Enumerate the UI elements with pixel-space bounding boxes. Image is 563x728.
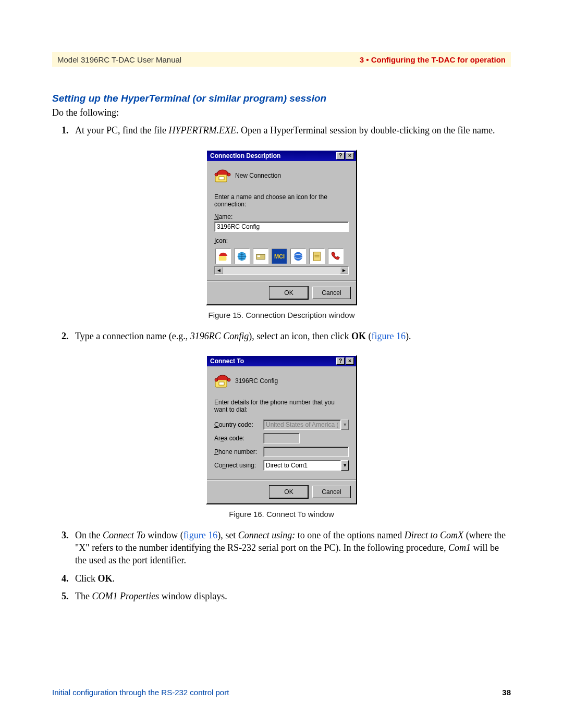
step-2: 2. Type a connection name (e.g., 3196RC … [62,330,511,342]
figure-16-link[interactable]: figure 16 [183,530,217,540]
svg-rect-4 [219,256,227,261]
svg-rect-14 [219,382,224,385]
step5-window: COM1 Properties [92,591,159,601]
icon-option-world[interactable] [290,249,306,264]
figure-16-caption: Figure 16. Connect To window [52,510,511,519]
step-number: 1. [62,124,75,137]
phone-icon [214,373,231,389]
step2-pre: Type a connection name (e.g., [75,331,190,341]
page-footer: Initial configuration through the RS-232… [52,688,511,697]
icon-option-redphone[interactable] [328,249,344,264]
chevron-down-icon[interactable]: ▼ [341,460,349,471]
step2-cp: ). [406,331,411,341]
connect-to-dialog: Connect To ? × 3196RC Config [206,355,357,504]
step4-pre: Click [75,573,98,584]
figure-15: Connection Description ? × New Connectio… [52,150,511,305]
figure-16-link[interactable]: figure 16 [372,331,406,341]
t: On the [75,530,103,540]
dialog-title: Connect To [210,357,244,365]
new-connection-label: New Connection [235,172,281,179]
figure-15-caption: Figure 15. Connection Description window [52,311,511,319]
icon-option-modem[interactable] [253,249,268,264]
t: to one of the options named [295,530,404,540]
country-code-select [263,419,341,430]
step5-post: window displays. [159,591,227,601]
step3-option: Direct to ComX [405,530,463,540]
connection-description-dialog: Connection Description ? × New Connectio… [206,150,357,305]
svg-point-8 [294,252,303,261]
dialog-title: Connection Description [210,152,280,159]
step-number: 3. [62,529,75,567]
step-3: 3. On the Connect To window (figure 16),… [62,529,511,567]
figure-16: Connect To ? × 3196RC Config [52,355,511,504]
svg-rect-6 [256,254,265,259]
t: ), set [217,530,238,540]
svg-rect-10 [314,252,321,261]
icon-option-mci[interactable]: MCI [272,249,287,264]
intro-text: Do the following: [52,106,511,119]
icon-option-doc[interactable] [309,249,325,264]
close-icon[interactable]: × [346,357,354,365]
svg-rect-7 [258,255,261,257]
area-code-input [263,433,300,443]
area-code-label: Area code: [214,435,260,442]
step3-com: Com1 [448,542,471,553]
phone-icon [214,167,231,184]
step1-filename: HYPERTRM.EXE [168,125,236,135]
svg-point-12 [215,378,218,381]
step4-ok: OK [98,573,113,584]
connect-using-label: Connect using: [214,462,260,469]
connection-name-input[interactable] [214,221,349,232]
header-manual-title: Model 3196RC T-DAC User Manual [57,55,181,64]
step2-mid: ), select an icon, then click [249,331,351,341]
svg-rect-3 [219,177,224,180]
step-4: 4. Click OK. [62,572,511,585]
cancel-button[interactable]: Cancel [312,486,351,498]
svg-point-2 [227,173,230,176]
svg-point-1 [215,173,218,176]
step4-post: . [113,573,115,584]
phone-number-label: Phone number: [214,448,260,455]
connection-name-display: 3196RC Config [235,377,278,385]
step-number: 4. [62,572,75,585]
dialog-prompt: Enter a name and choose an icon for the … [214,193,349,208]
t: window ( [145,530,183,540]
cancel-button[interactable]: Cancel [312,287,351,299]
step-number: 5. [62,590,75,602]
icon-option-phone[interactable] [215,249,231,264]
phone-number-input [263,447,349,457]
icon-scrollbar[interactable]: ◄ ► [214,266,349,275]
chevron-down-icon: ▼ [341,419,349,430]
page-number: 38 [502,688,511,697]
name-label: Name: [214,213,349,220]
step-number: 2. [62,330,75,342]
page-header: Model 3196RC T-DAC User Manual 3 • Confi… [52,52,511,67]
section-heading: Setting up the HyperTerminal (or similar… [52,93,511,104]
step-5: 5. The COM1 Properties window displays. [62,590,511,602]
step-1: 1. At your PC, find the file HYPERTRM.EX… [62,124,511,137]
scroll-right-icon[interactable]: ► [340,267,348,274]
ok-button[interactable]: OK [270,287,308,299]
step3-window: Connect To [103,530,145,540]
step2-op: ( [366,331,372,341]
close-icon[interactable]: × [346,152,354,159]
svg-point-13 [227,378,230,381]
country-code-label: Country code: [214,421,260,428]
help-icon[interactable]: ? [336,152,345,159]
footer-section: Initial configuration through the RS-232… [52,688,229,697]
scroll-left-icon[interactable]: ◄ [215,267,223,274]
step1-pre: At your PC, find the file [75,125,168,135]
icon-selector[interactable]: MCI [214,245,349,265]
icon-label: Icon: [214,237,349,244]
step2-ok: OK [351,331,366,341]
step5-pre: The [75,591,92,601]
help-icon[interactable]: ? [336,357,345,365]
step2-example: 3196RC Config [190,331,249,341]
step3-field: Connect using: [238,530,296,540]
connect-using-select[interactable] [263,460,341,471]
dialog-titlebar: Connection Description ? × [207,151,356,161]
icon-option-globe[interactable] [234,249,250,264]
header-chapter: 3 • Configuring the T-DAC for operation [360,55,506,64]
ok-button[interactable]: OK [270,486,308,498]
dialog-titlebar: Connect To ? × [207,356,356,366]
